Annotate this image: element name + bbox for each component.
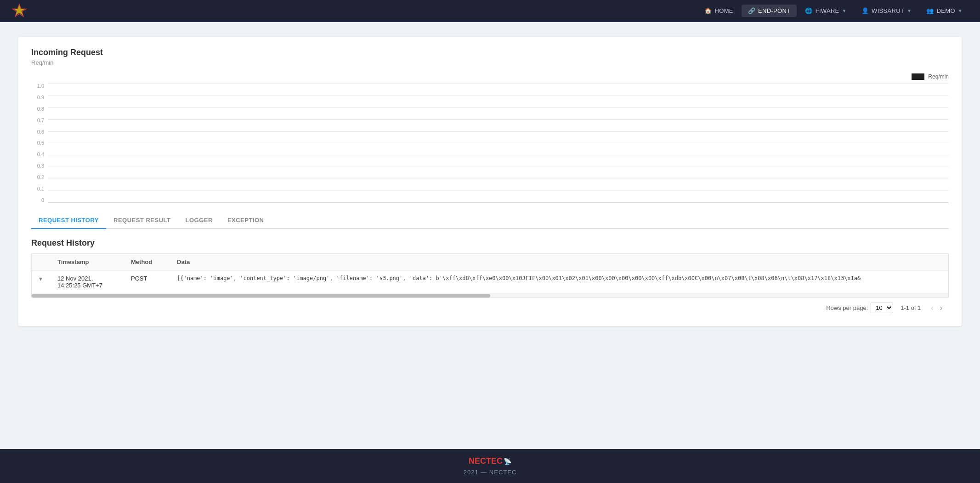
tab-request-result[interactable]: REQUEST RESULT xyxy=(106,212,178,229)
request-table: Timestamp Method Data xyxy=(32,254,948,294)
grid-line-3 xyxy=(48,107,949,108)
tabs-bar: REQUEST HISTORY REQUEST RESULT LOGGER EX… xyxy=(31,212,949,229)
nav-fiware-label: FIWARE xyxy=(816,7,839,14)
grid-line-10 xyxy=(48,191,949,191)
demo-dropdown-arrow-icon: ▼ xyxy=(958,8,963,13)
chart-legend-label: Req/min xyxy=(928,73,949,80)
grid-line-6 xyxy=(48,143,949,143)
pagination: Rows per page: 10 25 50 1-1 of 1 ‹ › xyxy=(31,298,949,315)
prev-page-btn[interactable]: ‹ xyxy=(928,303,936,313)
grid-line-8 xyxy=(48,167,949,167)
grid-line-2 xyxy=(48,95,949,96)
table-header-row: Timestamp Method Data xyxy=(32,254,948,270)
nav-wissarut-label: WISSARUT xyxy=(872,7,904,14)
main-content: Incoming Request Req/min Req/min 1.0 0.9… xyxy=(0,22,980,449)
footer: NECTEC 📡 2021 — NECTEC xyxy=(0,449,980,483)
fiware-dropdown-arrow-icon: ▼ xyxy=(842,8,847,13)
chart-legend: Req/min xyxy=(31,73,949,80)
nav-fiware[interactable]: 🌐 FIWARE ▼ xyxy=(799,5,853,17)
y-label-04: 0.4 xyxy=(37,152,44,157)
page-info: 1-1 of 1 xyxy=(901,304,921,311)
y-label-08: 0.8 xyxy=(37,107,44,112)
chevron-down-icon: ▾ xyxy=(39,275,42,282)
grid-line-9 xyxy=(48,179,949,179)
y-label-09: 0.9 xyxy=(37,95,44,100)
section-title: Request History xyxy=(31,238,949,248)
nav-home[interactable]: 🏠 HOME xyxy=(698,5,740,17)
link-icon: 🔗 xyxy=(748,7,755,14)
tab-logger[interactable]: LOGGER xyxy=(178,212,220,229)
nav-endpoint[interactable]: 🔗 END-PONT xyxy=(742,5,797,17)
page-navigation: ‹ › xyxy=(928,303,945,313)
row-timestamp: 12 Nov 2021, 14:25:25 GMT+7 xyxy=(50,270,124,294)
y-label-07: 0.7 xyxy=(37,118,44,123)
wissarut-dropdown-arrow-icon: ▼ xyxy=(907,8,912,13)
legend-color-box xyxy=(912,73,924,80)
chart-area: 1.0 0.9 0.8 0.7 0.6 0.5 0.4 0.3 0.2 0.1 … xyxy=(31,84,949,203)
chart-plot xyxy=(48,84,949,203)
col-expand xyxy=(32,254,50,270)
nav-demo[interactable]: 👥 DEMO ▼ xyxy=(920,5,969,17)
row-method: POST xyxy=(124,270,170,294)
y-label-03: 0.3 xyxy=(37,163,44,168)
row-expand-btn[interactable]: ▾ xyxy=(32,270,50,294)
table-row: ▾ 12 Nov 2021, 14:25:25 GMT+7 POST [{'na… xyxy=(32,270,948,294)
footer-logo-wifi-icon: 📡 xyxy=(504,458,511,465)
globe-icon: 🌐 xyxy=(805,7,812,14)
y-label-06: 0.6 xyxy=(37,129,44,135)
y-label-02: 0.2 xyxy=(37,175,44,180)
brand xyxy=(11,3,28,19)
col-data: Data xyxy=(170,254,948,270)
user-icon: 👤 xyxy=(861,7,869,14)
y-label-00: 0 xyxy=(41,198,44,203)
grid-line-1 xyxy=(48,84,949,84)
next-page-btn[interactable]: › xyxy=(937,303,945,313)
request-history-panel: Request History Timestamp Method xyxy=(31,238,949,315)
grid-line-4 xyxy=(48,119,949,120)
navbar: 🏠 HOME 🔗 END-PONT 🌐 FIWARE ▼ 👤 WISSARUT … xyxy=(0,0,980,22)
chart-title: Incoming Request xyxy=(31,48,949,57)
chart-section: Incoming Request Req/min Req/min 1.0 0.9… xyxy=(31,48,949,203)
y-label-05: 0.5 xyxy=(37,140,44,146)
chart-y-axis: 1.0 0.9 0.8 0.7 0.6 0.5 0.4 0.3 0.2 0.1 … xyxy=(31,84,48,203)
rows-per-page-select[interactable]: 10 25 50 xyxy=(871,303,893,313)
users-icon: 👥 xyxy=(926,7,934,14)
nav-wissarut[interactable]: 👤 WISSARUT ▼ xyxy=(855,5,918,17)
nav-demo-label: DEMO xyxy=(937,7,955,14)
request-table-container: Timestamp Method Data xyxy=(31,253,949,298)
main-card: Incoming Request Req/min Req/min 1.0 0.9… xyxy=(18,37,962,326)
rows-per-page-label: Rows per page: xyxy=(826,304,868,311)
footer-logo-nectec: NECTEC xyxy=(469,456,503,466)
horizontal-scrollbar[interactable] xyxy=(32,294,948,298)
home-icon: 🏠 xyxy=(704,7,712,14)
col-timestamp: Timestamp xyxy=(50,254,124,270)
nav-items: 🏠 HOME 🔗 END-PONT 🌐 FIWARE ▼ 👤 WISSARUT … xyxy=(698,5,969,17)
nav-endpoint-label: END-PONT xyxy=(758,7,790,14)
tab-request-history[interactable]: REQUEST HISTORY xyxy=(31,212,106,229)
y-label-10: 1.0 xyxy=(37,84,44,89)
tab-exception[interactable]: EXCEPTION xyxy=(220,212,272,229)
row-data: [{'name': 'image', 'content_type': 'imag… xyxy=(170,270,948,294)
grid-line-5 xyxy=(48,131,949,132)
tabs-container: REQUEST HISTORY REQUEST RESULT LOGGER EX… xyxy=(31,212,949,315)
chart-subtitle: Req/min xyxy=(31,59,949,66)
rows-per-page-control: Rows per page: 10 25 50 xyxy=(826,303,893,313)
footer-copyright: 2021 — NECTEC xyxy=(7,469,973,476)
grid-line-11 xyxy=(48,202,949,203)
y-label-01: 0.1 xyxy=(37,186,44,191)
nav-home-label: HOME xyxy=(715,7,733,14)
scrollbar-thumb[interactable] xyxy=(32,294,490,298)
grid-line-7 xyxy=(48,155,949,155)
footer-logo: NECTEC 📡 xyxy=(7,456,973,466)
col-method: Method xyxy=(124,254,170,270)
brand-logo-icon xyxy=(11,3,28,19)
